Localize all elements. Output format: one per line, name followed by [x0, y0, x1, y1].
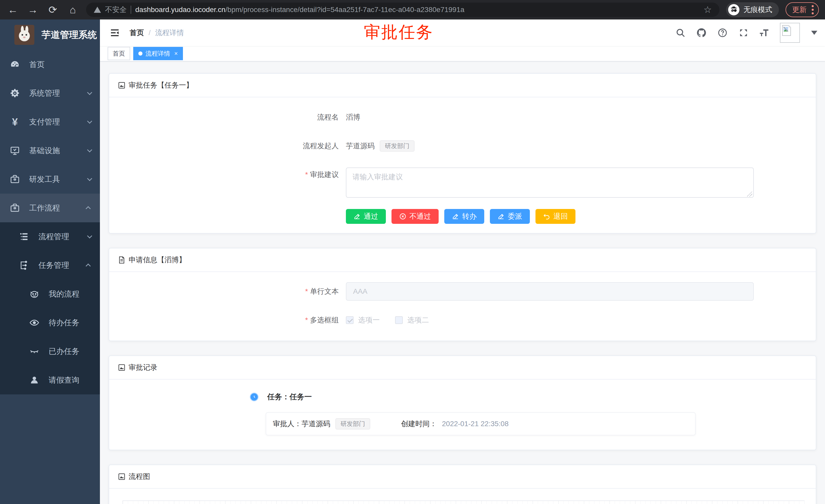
sidebar-item-workflow[interactable]: 工作流程 [0, 194, 100, 222]
card-header: 申请信息【滔博】 [109, 248, 816, 272]
sidebar-item-label: 我的流程 [49, 289, 91, 300]
sidebar-item-label: 首页 [29, 60, 91, 70]
sidebar-item-home[interactable]: 首页 [0, 50, 100, 79]
sidebar-item-my-process[interactable]: 我的流程 [0, 280, 100, 308]
initiator-value: 芋道源码 研发部门 [346, 139, 415, 153]
checkbox-unchecked-icon [395, 316, 403, 324]
back-icon[interactable]: ← [6, 3, 19, 16]
process-diagram-card: 流程图 [108, 465, 816, 504]
approval-task-card: 审批任务【任务一】 流程名 滔博 流程发起人 芋道源码 研发部门 [108, 73, 816, 234]
reject-button[interactable]: 不通过 [391, 209, 439, 224]
circle-close-icon [399, 213, 406, 220]
field-label: *单行文本 [109, 282, 346, 301]
required-mark: * [305, 171, 308, 178]
record-detail-box: 审批人：芋道源码 研发部门 创建时间： 2022-01-21 22:35:08 [266, 412, 696, 435]
chrome-menu-icon[interactable] [812, 5, 814, 14]
sidebar-item-label: 已办任务 [49, 346, 91, 357]
checkbox-option-2[interactable]: 选项二 [395, 315, 429, 325]
tab-home[interactable]: 首页 [107, 47, 130, 60]
tab-process-detail[interactable]: 流程详情 × [133, 47, 183, 60]
sidebar-item-label: 请假查询 [49, 375, 91, 386]
incognito-label: 无痕模式 [744, 5, 772, 15]
active-dot-icon [138, 52, 142, 56]
delegate-button[interactable]: 委派 [490, 209, 530, 224]
approval-actions: 通过 不通过 转办 委 [346, 209, 816, 224]
breadcrumb-home[interactable]: 首页 [130, 28, 144, 37]
clock-icon [250, 393, 258, 401]
approve-button[interactable]: 通过 [346, 209, 386, 224]
font-size-icon[interactable] [759, 27, 770, 38]
sidebar-item-label: 待办任务 [49, 318, 91, 328]
tab-label: 流程详情 [146, 50, 170, 58]
face-icon [29, 288, 40, 300]
dept-tag: 研发部门 [380, 140, 415, 152]
sidebar-item-label: 支付管理 [29, 117, 78, 127]
chevron-down-icon [87, 90, 92, 95]
card-title: 流程图 [129, 472, 150, 482]
field-label: 流程发起人 [109, 139, 346, 153]
sidebar-item-todo-tasks[interactable]: 待办任务 [0, 308, 100, 337]
sidebar-item-label: 工作流程 [29, 203, 78, 213]
tab-close-icon[interactable]: × [173, 51, 178, 57]
not-secure-label[interactable]: 不安全 [105, 5, 127, 15]
sidebar-item-leave-query[interactable]: 请假查询 [0, 366, 100, 394]
flow-icon [18, 260, 30, 271]
checkbox-label: 选项二 [407, 315, 429, 325]
help-icon[interactable] [717, 27, 728, 38]
avatar[interactable] [780, 23, 800, 43]
return-button[interactable]: 退回 [535, 209, 576, 224]
sidebar-item-done-tasks[interactable]: 已办任务 [0, 337, 100, 366]
form-row-process-name: 流程名 滔博 [109, 110, 816, 124]
sidebar-item-infra[interactable]: 基础设施 [0, 136, 100, 165]
url-text[interactable]: dashboard.yudao.iocoder.cn/bpm/process-i… [135, 6, 464, 14]
monitor-icon [9, 145, 20, 156]
url-host: dashboard.yudao.iocoder.cn [135, 6, 225, 14]
avatar-caret-icon[interactable] [811, 31, 817, 35]
sidebar-item-process-mgmt[interactable]: 流程管理 [0, 222, 100, 251]
card-title: 审批记录 [129, 363, 157, 372]
github-icon[interactable] [696, 27, 707, 38]
url-bar[interactable]: 不安全 dashboard.yudao.iocoder.cn/bpm/proce… [86, 3, 720, 17]
required-mark: * [305, 287, 308, 295]
chevron-down-icon [87, 118, 92, 124]
chevron-down-icon [87, 176, 92, 181]
bpmn-diagram-canvas[interactable] [123, 500, 805, 504]
sidebar-item-system[interactable]: 系统管理 [0, 79, 100, 107]
top-navbar: 首页 / 流程详情 审批任务 [100, 19, 825, 46]
single-text-input[interactable] [346, 282, 754, 301]
home-icon[interactable]: ⌂ [66, 3, 79, 16]
sidebar-fold-icon[interactable] [108, 27, 121, 39]
checkbox-option-1[interactable]: 选项一 [346, 315, 380, 325]
picture-icon [117, 472, 126, 481]
chrome-update-button[interactable]: 更新 [785, 2, 819, 17]
fullscreen-icon[interactable] [738, 27, 749, 38]
sidebar-item-task-mgmt[interactable]: 任务管理 [0, 251, 100, 280]
breadcrumb: 首页 / 流程详情 [130, 28, 184, 37]
reload-icon[interactable]: ⟳ [46, 3, 60, 16]
edit-icon [354, 213, 361, 220]
sidebar-item-payment[interactable]: ¥ 支付管理 [0, 107, 100, 136]
user-icon [29, 374, 40, 386]
annotation-text: 审批任务 [364, 21, 434, 43]
forward-icon[interactable]: → [26, 3, 40, 16]
sidebar-logo[interactable]: 芋道管理系统 [0, 19, 100, 50]
sidebar-item-devtools[interactable]: 研发工具 [0, 165, 100, 194]
breadcrumb-current: 流程详情 [155, 28, 184, 37]
card-header: 审批记录 [109, 356, 816, 380]
chevron-up-icon [86, 263, 91, 269]
suggestion-textarea[interactable] [346, 167, 754, 198]
navbar-actions [675, 23, 817, 43]
transfer-button[interactable]: 转办 [444, 209, 484, 224]
bookmark-star-icon[interactable]: ☆ [703, 4, 712, 15]
eye-closed-icon [29, 346, 40, 357]
form-row-initiator: 流程发起人 芋道源码 研发部门 [109, 139, 816, 153]
timeline-task-row: 任务：任务一 [250, 392, 816, 402]
approval-record-card: 审批记录 任务：任务一 审批人：芋道源码 研发部门 [108, 355, 816, 450]
briefcase-icon [9, 202, 20, 214]
edit-icon [498, 213, 505, 220]
tab-label: 首页 [113, 50, 125, 58]
form-row-checkbox-group: *多选框组 选项一 选项二 [109, 313, 816, 327]
required-mark: * [305, 316, 308, 324]
app-title: 芋道管理系统 [42, 29, 97, 41]
search-icon[interactable] [675, 27, 686, 38]
